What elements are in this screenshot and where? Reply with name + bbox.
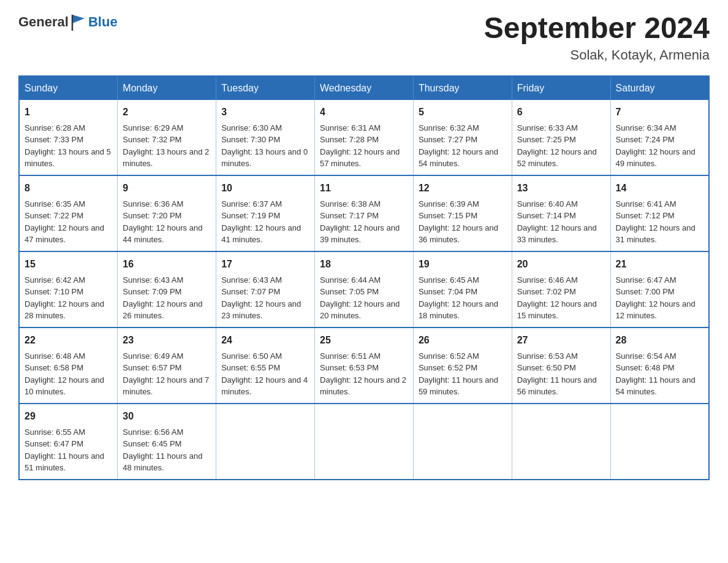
calendar-cell: 25 Sunrise: 6:51 AMSunset: 6:53 PMDaylig…	[315, 327, 414, 404]
day-info: Sunrise: 6:39 AMSunset: 7:15 PMDaylight:…	[419, 199, 498, 245]
day-info: Sunrise: 6:51 AMSunset: 6:53 PMDaylight:…	[320, 351, 406, 397]
calendar-cell: 21 Sunrise: 6:47 AMSunset: 7:00 PMDaylig…	[610, 251, 709, 327]
calendar-cell	[216, 404, 315, 480]
calendar-cell: 17 Sunrise: 6:43 AMSunset: 7:07 PMDaylig…	[216, 251, 315, 327]
calendar-cell: 26 Sunrise: 6:52 AMSunset: 6:52 PMDaylig…	[413, 327, 512, 404]
day-info: Sunrise: 6:52 AMSunset: 6:52 PMDaylight:…	[419, 351, 498, 397]
day-number: 1	[25, 105, 112, 120]
calendar-cell: 11 Sunrise: 6:38 AMSunset: 7:17 PMDaylig…	[315, 175, 414, 251]
calendar-cell: 8 Sunrise: 6:35 AMSunset: 7:22 PMDayligh…	[19, 175, 118, 251]
day-number: 21	[616, 257, 703, 272]
day-info: Sunrise: 6:34 AMSunset: 7:24 PMDaylight:…	[616, 123, 696, 169]
day-number: 9	[123, 181, 211, 196]
calendar-cell: 20 Sunrise: 6:46 AMSunset: 7:02 PMDaylig…	[512, 251, 610, 327]
day-info: Sunrise: 6:50 AMSunset: 6:55 PMDaylight:…	[221, 351, 308, 397]
calendar-cell: 3 Sunrise: 6:30 AMSunset: 7:30 PMDayligh…	[216, 100, 315, 175]
calendar-cell	[610, 404, 709, 480]
calendar-cell: 15 Sunrise: 6:42 AMSunset: 7:10 PMDaylig…	[19, 251, 118, 327]
calendar-cell: 5 Sunrise: 6:32 AMSunset: 7:27 PMDayligh…	[413, 100, 512, 175]
day-info: Sunrise: 6:30 AMSunset: 7:30 PMDaylight:…	[221, 123, 308, 169]
day-number: 2	[123, 105, 211, 120]
day-number: 26	[419, 333, 507, 348]
calendar-cell: 1 Sunrise: 6:28 AMSunset: 7:33 PMDayligh…	[19, 100, 118, 175]
calendar-cell: 27 Sunrise: 6:53 AMSunset: 6:50 PMDaylig…	[512, 327, 610, 404]
calendar-cell	[315, 404, 414, 480]
calendar-week-row: 15 Sunrise: 6:42 AMSunset: 7:10 PMDaylig…	[19, 251, 709, 327]
day-number: 19	[419, 257, 507, 272]
calendar-header-thursday: Thursday	[413, 76, 512, 100]
day-number: 12	[419, 181, 507, 196]
day-info: Sunrise: 6:31 AMSunset: 7:28 PMDaylight:…	[320, 123, 400, 169]
calendar-week-row: 29 Sunrise: 6:55 AMSunset: 6:47 PMDaylig…	[19, 404, 709, 480]
calendar-cell: 9 Sunrise: 6:36 AMSunset: 7:20 PMDayligh…	[118, 175, 216, 251]
day-info: Sunrise: 6:36 AMSunset: 7:20 PMDaylight:…	[123, 199, 202, 245]
day-number: 15	[25, 257, 112, 272]
calendar-cell: 22 Sunrise: 6:48 AMSunset: 6:58 PMDaylig…	[19, 327, 118, 404]
calendar-cell: 30 Sunrise: 6:56 AMSunset: 6:45 PMDaylig…	[118, 404, 216, 480]
day-info: Sunrise: 6:38 AMSunset: 7:17 PMDaylight:…	[320, 199, 400, 245]
logo-flag-icon	[70, 12, 87, 32]
day-number: 3	[221, 105, 309, 120]
day-number: 22	[25, 333, 112, 348]
day-info: Sunrise: 6:32 AMSunset: 7:27 PMDaylight:…	[419, 123, 498, 169]
day-number: 30	[123, 409, 211, 424]
logo-text-blue: Blue	[88, 14, 118, 30]
calendar-header-wednesday: Wednesday	[315, 76, 414, 100]
calendar-cell: 23 Sunrise: 6:49 AMSunset: 6:57 PMDaylig…	[118, 327, 216, 404]
day-info: Sunrise: 6:43 AMSunset: 7:07 PMDaylight:…	[221, 275, 301, 321]
calendar-cell: 6 Sunrise: 6:33 AMSunset: 7:25 PMDayligh…	[512, 100, 610, 175]
day-info: Sunrise: 6:37 AMSunset: 7:19 PMDaylight:…	[221, 199, 301, 245]
calendar-cell: 24 Sunrise: 6:50 AMSunset: 6:55 PMDaylig…	[216, 327, 315, 404]
day-info: Sunrise: 6:56 AMSunset: 6:45 PMDaylight:…	[123, 427, 202, 473]
day-info: Sunrise: 6:48 AMSunset: 6:58 PMDaylight:…	[25, 351, 104, 397]
day-info: Sunrise: 6:40 AMSunset: 7:14 PMDaylight:…	[517, 199, 597, 245]
calendar-table: SundayMondayTuesdayWednesdayThursdayFrid…	[18, 75, 710, 480]
day-info: Sunrise: 6:43 AMSunset: 7:09 PMDaylight:…	[123, 275, 202, 321]
day-number: 23	[123, 333, 211, 348]
calendar-header-monday: Monday	[118, 76, 216, 100]
calendar-cell: 13 Sunrise: 6:40 AMSunset: 7:14 PMDaylig…	[512, 175, 610, 251]
day-info: Sunrise: 6:49 AMSunset: 6:57 PMDaylight:…	[123, 351, 209, 397]
calendar-cell: 2 Sunrise: 6:29 AMSunset: 7:32 PMDayligh…	[118, 100, 216, 175]
day-number: 28	[616, 333, 703, 348]
title-section: September 2024 Solak, Kotayk, Armenia	[484, 12, 710, 63]
location: Solak, Kotayk, Armenia	[484, 47, 710, 63]
day-info: Sunrise: 6:33 AMSunset: 7:25 PMDaylight:…	[517, 123, 597, 169]
day-number: 24	[221, 333, 309, 348]
day-info: Sunrise: 6:44 AMSunset: 7:05 PMDaylight:…	[320, 275, 400, 321]
day-number: 18	[320, 257, 408, 272]
day-number: 10	[221, 181, 309, 196]
day-info: Sunrise: 6:29 AMSunset: 7:32 PMDaylight:…	[123, 123, 209, 169]
day-info: Sunrise: 6:41 AMSunset: 7:12 PMDaylight:…	[616, 199, 696, 245]
logo: General Blue	[18, 12, 118, 32]
logo-text-general: General	[18, 14, 69, 30]
calendar-header-sunday: Sunday	[19, 76, 118, 100]
calendar-cell: 7 Sunrise: 6:34 AMSunset: 7:24 PMDayligh…	[610, 100, 709, 175]
day-number: 25	[320, 333, 408, 348]
day-number: 16	[123, 257, 211, 272]
calendar-cell: 19 Sunrise: 6:45 AMSunset: 7:04 PMDaylig…	[413, 251, 512, 327]
calendar-week-row: 1 Sunrise: 6:28 AMSunset: 7:33 PMDayligh…	[19, 100, 709, 175]
svg-marker-0	[72, 15, 85, 23]
day-number: 4	[320, 105, 408, 120]
calendar-cell	[413, 404, 512, 480]
calendar-header-row: SundayMondayTuesdayWednesdayThursdayFrid…	[19, 76, 709, 100]
calendar-header-saturday: Saturday	[610, 76, 709, 100]
calendar-header-friday: Friday	[512, 76, 610, 100]
month-title: September 2024	[484, 12, 710, 45]
calendar-cell: 29 Sunrise: 6:55 AMSunset: 6:47 PMDaylig…	[19, 404, 118, 480]
day-info: Sunrise: 6:42 AMSunset: 7:10 PMDaylight:…	[25, 275, 104, 321]
day-number: 7	[616, 105, 703, 120]
day-number: 29	[25, 409, 112, 424]
calendar-cell	[512, 404, 610, 480]
day-info: Sunrise: 6:45 AMSunset: 7:04 PMDaylight:…	[419, 275, 498, 321]
calendar-cell: 18 Sunrise: 6:44 AMSunset: 7:05 PMDaylig…	[315, 251, 414, 327]
day-info: Sunrise: 6:35 AMSunset: 7:22 PMDaylight:…	[25, 199, 104, 245]
day-number: 6	[517, 105, 605, 120]
calendar-cell: 4 Sunrise: 6:31 AMSunset: 7:28 PMDayligh…	[315, 100, 414, 175]
calendar-cell: 28 Sunrise: 6:54 AMSunset: 6:48 PMDaylig…	[610, 327, 709, 404]
day-info: Sunrise: 6:54 AMSunset: 6:48 PMDaylight:…	[616, 351, 696, 397]
calendar-cell: 12 Sunrise: 6:39 AMSunset: 7:15 PMDaylig…	[413, 175, 512, 251]
calendar-week-row: 8 Sunrise: 6:35 AMSunset: 7:22 PMDayligh…	[19, 175, 709, 251]
day-number: 11	[320, 181, 408, 196]
